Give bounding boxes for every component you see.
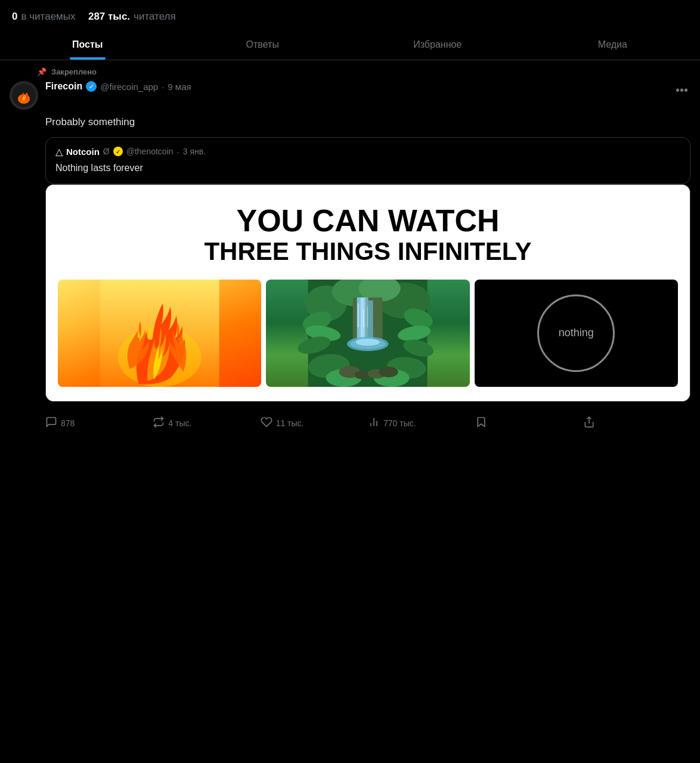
fire-svg	[58, 280, 261, 387]
verified-badge: ✓	[86, 81, 97, 92]
retweet-count: 4 тыс.	[168, 418, 191, 428]
card-images: nothing	[46, 280, 690, 401]
avatar[interactable]	[10, 81, 38, 110]
bookmark-action[interactable]	[475, 416, 583, 431]
action-bar: 878 4 тыс. 11 тыс.	[45, 409, 690, 439]
reading-label: в читаемых	[21, 11, 75, 23]
card-text-section: YOU CAN WATCH THREE THINGS INFINITELY	[46, 185, 690, 280]
notcoin-icon: △	[55, 146, 63, 157]
post-header: Firecoin ✓ @firecoin_app · 9 мая •••	[10, 81, 690, 110]
author-handle: @firecoin_app	[100, 82, 158, 92]
svg-point-33	[379, 367, 398, 377]
like-action[interactable]: 11 тыс.	[261, 416, 368, 431]
pin-icon: 📌	[37, 67, 47, 76]
post-meta: Firecoin ✓ @firecoin_app · 9 мая	[45, 81, 666, 92]
post-text: Probably something	[45, 114, 690, 130]
fire-image	[58, 280, 261, 387]
readers-count: 287 тыс.	[88, 11, 130, 23]
tab-bookmarks[interactable]: Избранное	[350, 30, 525, 60]
svg-rect-19	[368, 300, 373, 339]
share-icon	[583, 416, 595, 431]
comment-icon	[45, 416, 57, 431]
svg-rect-20	[358, 303, 359, 327]
share-action[interactable]	[583, 416, 690, 431]
retweet-icon	[153, 416, 165, 431]
comment-count: 878	[61, 418, 75, 428]
readers-label: читателя	[134, 11, 176, 23]
views-count: 770 тыс.	[383, 418, 416, 428]
water-image	[266, 280, 469, 387]
nothing-circle: nothing	[537, 294, 615, 372]
quoted-text: Nothing lasts forever	[55, 161, 680, 175]
svg-point-25	[356, 339, 380, 346]
card-headline: YOU CAN WATCH THREE THINGS INFINITELY	[65, 204, 671, 265]
bookmark-icon	[475, 416, 487, 431]
tab-posts[interactable]: Посты	[0, 30, 175, 60]
svg-point-31	[355, 371, 369, 379]
quoted-dot: ·	[177, 147, 179, 157]
quoted-date: 3 янв.	[183, 147, 206, 156]
tab-bar: Посты Ответы Избранное Медиа	[0, 30, 700, 60]
avatar-icon	[12, 83, 36, 107]
quoted-handle: @thenotcoin	[126, 147, 174, 156]
waterfall-svg	[266, 280, 469, 387]
tab-replies[interactable]: Ответы	[175, 30, 351, 60]
stats-bar: 0 в читаемых 287 тыс. читателя	[0, 0, 700, 30]
author-name: Firecoin	[45, 81, 82, 92]
svg-rect-21	[363, 309, 364, 327]
post-date: 9 мая	[168, 82, 191, 92]
reading-count: 0	[12, 11, 17, 23]
image-card[interactable]: YOU CAN WATCH THREE THINGS INFINITELY	[45, 184, 690, 402]
post-meta-line: Firecoin ✓ @firecoin_app · 9 мая	[45, 81, 666, 92]
quoted-tweet[interactable]: △ Notcoin Ø ✓ @thenotcoin · 3 янв. Nothi…	[45, 137, 690, 184]
quoted-verified-badge: ✓	[113, 147, 123, 156]
heart-icon	[261, 416, 272, 431]
null-symbol: Ø	[103, 147, 110, 156]
views-action[interactable]: 770 тыс.	[368, 416, 475, 431]
nothing-image: nothing	[475, 280, 678, 387]
retweet-action[interactable]: 4 тыс.	[153, 416, 260, 431]
card-line1: YOU CAN WATCH	[65, 204, 671, 238]
svg-rect-22	[367, 306, 368, 327]
tab-media[interactable]: Медиа	[525, 30, 701, 60]
chart-icon	[368, 416, 380, 431]
more-options-button[interactable]: •••	[673, 81, 690, 100]
dot-separator: ·	[162, 82, 164, 92]
comment-action[interactable]: 878	[45, 416, 153, 431]
quoted-author-name: Notcoin	[66, 147, 100, 157]
post-container: 📌 Закреплено Firecoin ✓ @firecoin_app · …	[0, 60, 700, 439]
quoted-header: △ Notcoin Ø ✓ @thenotcoin · 3 янв.	[55, 146, 680, 157]
like-count: 11 тыс.	[276, 418, 304, 428]
card-line2: THREE THINGS INFINITELY	[65, 238, 671, 265]
pinned-label: 📌 Закреплено	[10, 67, 690, 76]
nothing-text: nothing	[559, 327, 594, 339]
